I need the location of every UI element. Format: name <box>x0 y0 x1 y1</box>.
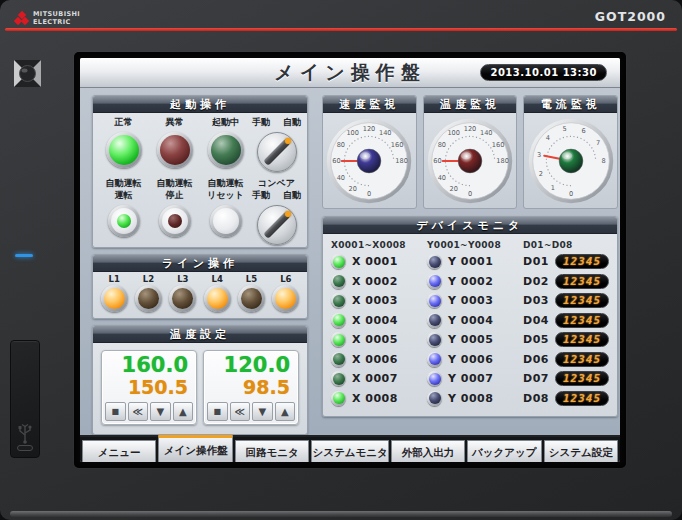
push-button[interactable] <box>210 205 242 237</box>
device-label: X 0005 <box>352 333 398 346</box>
device-lamp-lens <box>429 275 441 287</box>
nav-tab-5[interactable]: バックアップ <box>467 440 541 462</box>
nav-tab-6[interactable]: システム設定 <box>544 440 618 462</box>
line-label: L4 <box>211 274 222 284</box>
push-button[interactable] <box>159 205 191 237</box>
device-row: Y 0008 <box>427 389 515 409</box>
gauge-title: 温度監視 <box>424 96 517 113</box>
temperature-controllers: 160.0150.5■≪▼▲120.098.5■≪▼▲ <box>93 343 307 434</box>
push-button[interactable] <box>108 205 140 237</box>
line-label: L3 <box>177 274 188 284</box>
nav-tab-2[interactable]: 回路モニタ <box>235 440 309 462</box>
svg-text:60: 60 <box>333 157 341 165</box>
fast-decrease-button[interactable]: ≪ <box>128 402 149 421</box>
device-lamp <box>427 391 442 406</box>
svg-text:4: 4 <box>545 134 549 142</box>
device-row: X 0003 <box>331 291 419 311</box>
hmi-device: MITSUBISHI ELECTRIC GOT2000 メ <box>0 0 682 520</box>
button-label: 自動運転 <box>106 178 142 190</box>
nav-tab-1[interactable]: メイン操作盤 <box>158 435 232 462</box>
human-sensor <box>14 60 41 87</box>
button-label: 自動運転 <box>157 178 193 190</box>
datetime-display: 2013.10.01 13:30 <box>480 64 607 81</box>
line-button[interactable] <box>272 285 299 312</box>
increase-button[interactable]: ▲ <box>275 402 296 421</box>
decrease-button[interactable]: ▼ <box>252 402 273 421</box>
startup-control-group: 自動運転運転 <box>98 178 149 245</box>
process-value: 160.0 <box>105 354 193 377</box>
device-lamp-lens <box>333 334 345 346</box>
increase-button[interactable]: ▲ <box>173 402 194 421</box>
svg-text:20: 20 <box>450 185 458 193</box>
nav-tab-4[interactable]: 外部入出力 <box>391 440 465 462</box>
device-row: Y 0004 <box>427 311 515 331</box>
device-row: D0812345 <box>523 389 609 409</box>
lamp-lens <box>109 135 139 165</box>
line-button[interactable] <box>101 285 128 312</box>
device-lamp-lens <box>333 373 345 385</box>
selector-position-labels: 手動自動 <box>251 190 302 202</box>
control-labels: 自動運転リセット <box>200 178 251 203</box>
device-lamp <box>331 352 346 367</box>
gauge-panel: 電流監視 012345678 <box>523 95 618 209</box>
selector-right-label: 自動 <box>283 190 301 202</box>
line-panel-header: ライン操作 <box>93 255 307 272</box>
svg-text:160: 160 <box>492 141 505 149</box>
device-lamp-lens <box>429 334 441 346</box>
bezel-red-stripe <box>5 28 677 31</box>
device-lamp-lens <box>333 275 345 287</box>
device-value-display: 12345 <box>555 332 609 347</box>
line-button[interactable] <box>238 285 265 312</box>
svg-text:20: 20 <box>349 185 357 193</box>
line-button[interactable] <box>169 285 196 312</box>
line-label: L6 <box>280 274 291 284</box>
startup-row-1: 正常異常起動中手動自動 <box>93 113 307 174</box>
rotary-selector-switch[interactable] <box>257 132 297 172</box>
device-monitor-panel: デバイスモニタ X0001~X0008X 0001X 0002X 0003X 0… <box>322 216 618 417</box>
button-indicator <box>168 214 182 228</box>
device-label: X 0006 <box>352 353 398 366</box>
control-labels: 自動運転運転 <box>98 178 149 203</box>
gauge-body: 020406080100120140160180 <box>424 113 517 208</box>
line-button-lens <box>275 288 296 309</box>
line-button-lens <box>207 288 228 309</box>
device-row: D0212345 <box>523 272 609 292</box>
set-value: 98.5 <box>207 377 295 398</box>
svg-text:180: 180 <box>496 157 509 165</box>
navigation-tab-bar: メニューメイン操作盤回路モニタシステムモニタ外部入出力バックアップシステム設定 <box>80 435 620 462</box>
fast-decrease-button[interactable]: ≪ <box>230 402 251 421</box>
line-button[interactable] <box>135 285 162 312</box>
svg-text:100: 100 <box>347 129 360 137</box>
nav-tab-0[interactable]: メニュー <box>82 440 156 462</box>
device-label: X 0003 <box>352 294 398 307</box>
decrease-button[interactable]: ▼ <box>150 402 171 421</box>
device-row: Y 0007 <box>427 369 515 389</box>
device-value-display: 12345 <box>555 391 609 406</box>
column-header: D01~D08 <box>523 237 609 252</box>
startup-control-group: 自動運転リセット <box>200 178 251 245</box>
nav-tab-3[interactable]: システムモニタ <box>311 440 388 462</box>
control-labels: 手動自動 <box>251 117 302 130</box>
device-label: D01 <box>523 255 549 268</box>
stop-button[interactable]: ■ <box>207 402 228 421</box>
svg-text:40: 40 <box>337 174 345 182</box>
rotary-selector-switch[interactable] <box>257 205 297 245</box>
svg-text:80: 80 <box>438 141 446 149</box>
device-label: Y 0005 <box>448 333 493 346</box>
device-lamp <box>427 274 442 289</box>
stop-button[interactable]: ■ <box>105 402 126 421</box>
line-button-group: L5 <box>238 274 265 312</box>
device-value-display: 12345 <box>555 313 609 328</box>
line-panel: ライン操作 L1L2L3L4L5L6 <box>92 254 308 319</box>
brand-line2: ELECTRIC <box>33 18 71 26</box>
svg-text:120: 120 <box>363 125 376 133</box>
usb-port-cover <box>10 340 40 458</box>
device-lamp-lens <box>333 256 345 268</box>
power-led <box>15 254 33 257</box>
line-button[interactable] <box>204 285 231 312</box>
button-label: リセット <box>207 190 244 202</box>
bezel-bottom-edge <box>10 511 672 517</box>
temperature-controller: 120.098.5■≪▼▲ <box>203 350 299 425</box>
human-sensor-icon <box>14 60 41 87</box>
device-value-display: 12345 <box>555 352 609 367</box>
